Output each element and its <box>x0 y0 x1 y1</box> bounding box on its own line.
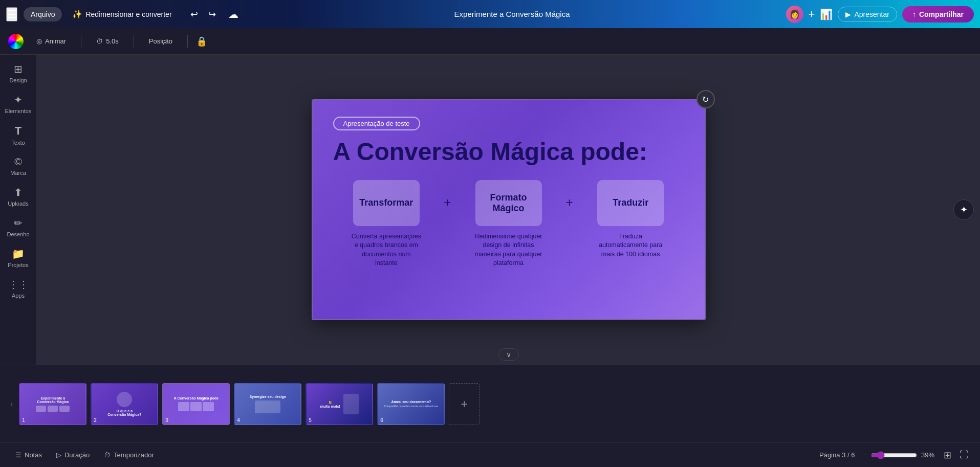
add-slide-button[interactable]: + <box>449 383 480 425</box>
slide-canvas[interactable]: ↻ Apresentação de teste A Conversão Mági… <box>312 99 706 320</box>
play-icon: ▷ <box>56 451 61 459</box>
animar-button[interactable]: ◎ Animar <box>30 34 73 48</box>
thumbnail-1[interactable]: Experimente aConversão Mágica 1 <box>19 383 86 425</box>
zoom-level: 39% <box>921 451 934 459</box>
thumb-5-title: E <box>320 400 340 405</box>
share-icon: ↑ <box>912 10 916 18</box>
resize-convert-button[interactable]: ✨ Redimensionar e converter <box>66 6 178 22</box>
thumb-5-num: 5 <box>309 417 312 423</box>
sidebar-item-design[interactable]: ⊞ Design <box>2 59 35 87</box>
sidebar-item-texto[interactable]: T Texto <box>2 120 35 150</box>
card-group-formato: Formato Mágico Redimensione qualquer des… <box>455 180 562 268</box>
sidebar-item-desenho[interactable]: ✏ Desenho <box>2 213 35 241</box>
thumbnails-row: ‹ Experimente aConversão Mágica 1 O que … <box>0 365 980 442</box>
desenho-icon: ✏ <box>14 217 23 229</box>
thumb-3-num: 3 <box>165 417 168 423</box>
bottom-panel: ‹ Experimente aConversão Mágica 1 O que … <box>0 365 980 467</box>
divider-2 <box>134 35 134 48</box>
card-desc-formato: Redimensione qualquer design de infinita… <box>473 232 545 268</box>
card-formato[interactable]: Formato Mágico <box>475 180 542 226</box>
divider-1 <box>81 35 81 48</box>
elementos-icon: ✦ <box>14 94 23 106</box>
arquivo-button[interactable]: Arquivo <box>24 7 62 21</box>
timer-icon: ⏱ <box>104 451 111 459</box>
left-sidebar: ⊞ Design ✦ Elementos T Texto © Marca ⬆ U… <box>0 55 37 365</box>
expand-view-button[interactable]: ⛶ <box>956 448 972 463</box>
plus-sign-1: + <box>440 195 455 210</box>
compartilhar-button[interactable]: ↑ Compartilhar <box>902 6 974 23</box>
magic-wand-icon: ✨ <box>72 9 82 19</box>
sidebar-item-projetos[interactable]: 📁 Projetos <box>2 243 35 272</box>
thumbnail-5[interactable]: E muito mais! 5 <box>306 383 373 425</box>
document-title: Experimente a Conversão Mágica <box>243 10 782 18</box>
card-group-transformar: Transformar Converta apresentações e qua… <box>333 180 440 268</box>
sidebar-item-apps[interactable]: ⋮⋮ Apps <box>2 274 35 303</box>
thumbnail-2[interactable]: O que é aConversão Mágica? 2 <box>91 383 158 425</box>
thumb-2-num: 2 <box>94 417 97 423</box>
zoom-minus-icon[interactable]: − <box>863 451 867 459</box>
rotate-button[interactable]: ↻ <box>696 90 715 108</box>
thumb-2-title: O que é aConversão Mágica? <box>107 409 141 416</box>
thumbnail-4[interactable]: Synergize seu design 4 <box>234 383 301 425</box>
timer-icon: ⏱ <box>96 37 103 45</box>
thumb-6-num: 6 <box>380 417 383 423</box>
thumb-1-title: Experimente aConversão Mágica <box>37 396 69 404</box>
projetos-icon: 📁 <box>12 248 25 260</box>
thumb-6-subtitle: Compartilhe nas redes sociais com #WevaL… <box>384 405 439 408</box>
animate-icon: ◎ <box>36 37 42 45</box>
slide-badge: Apresentação de teste <box>333 117 420 130</box>
cloud-save-button[interactable]: ☁ <box>228 8 238 20</box>
duracao-button[interactable]: ▷ Duração <box>49 448 97 462</box>
slide-cards-row: Transformar Converta apresentações e qua… <box>333 180 684 268</box>
duration-button[interactable]: ⏱ 5.0s <box>90 34 125 48</box>
card-group-traduzir: Traduzir Traduza automaticamente para ma… <box>577 180 684 259</box>
thumb-6-title: Amou seu documento? <box>391 400 431 404</box>
notas-icon: ☰ <box>15 451 21 459</box>
zoom-control: − 39% <box>863 451 934 459</box>
undo-button[interactable]: ↩ <box>186 7 202 22</box>
temporizador-button[interactable]: ⏱ Temporizador <box>97 448 161 462</box>
thumb-3-title: A Conversão Mágica pode <box>174 396 219 400</box>
apresentar-button[interactable]: ▶ Apresentar <box>838 7 897 22</box>
card-transformar[interactable]: Transformar <box>353 180 420 226</box>
thumbnail-3[interactable]: A Conversão Mágica pode 3 <box>162 383 230 425</box>
sidebar-item-uploads[interactable]: ⬆ Uploads <box>2 182 35 211</box>
sidebar-item-marca[interactable]: © Marca <box>2 152 35 180</box>
top-toolbar: ☰ Arquivo ✨ Redimensionar e converter ↩ … <box>0 0 980 28</box>
thumb-4-title: Synergize seu design <box>250 395 287 398</box>
view-buttons: ⊞ ⛶ <box>941 448 972 463</box>
slide-title[interactable]: A Conversão Mágica pode: <box>333 139 684 166</box>
plus-sign-2: + <box>562 195 577 210</box>
divider-3 <box>187 35 188 48</box>
add-collaborator-button[interactable]: + <box>809 8 815 21</box>
grid-view-button[interactable]: ⊞ <box>941 448 954 463</box>
page-info: Página 3 / 6 <box>819 451 855 459</box>
play-icon: ▶ <box>845 10 851 18</box>
card-traduzir[interactable]: Traduzir <box>597 180 664 226</box>
right-action-buttons: 👩 + 📊 ▶ Apresentar ↑ Compartilhar <box>786 6 974 23</box>
posicao-button[interactable]: Posição <box>142 34 179 48</box>
color-wheel-button[interactable] <box>8 34 24 49</box>
zoom-slider[interactable] <box>871 451 917 459</box>
texto-icon: T <box>15 124 21 138</box>
thumbnail-6[interactable]: Amou seu documento? Compartilhe nas rede… <box>377 383 445 425</box>
redo-button[interactable]: ↪ <box>204 7 220 22</box>
user-avatar[interactable]: 👩 <box>786 6 803 23</box>
lock-icon[interactable]: 🔒 <box>196 36 207 47</box>
thumb-1-num: 1 <box>22 417 25 423</box>
analytics-button[interactable]: 📊 <box>820 8 833 20</box>
notas-button[interactable]: ☰ Notas <box>8 448 49 462</box>
nav-buttons: ↩ ↪ <box>186 7 220 22</box>
menu-button[interactable]: ☰ <box>6 7 17 21</box>
magic-resize-float-button[interactable]: ✦ <box>953 199 974 220</box>
sidebar-item-elementos[interactable]: ✦ Elementos <box>2 90 35 118</box>
secondary-toolbar: ◎ Animar ⏱ 5.0s Posição 🔒 <box>0 28 980 55</box>
card-desc-traduzir: Traduza automaticamente para mais de 100… <box>595 232 666 259</box>
apps-icon: ⋮⋮ <box>8 278 29 291</box>
marca-icon: © <box>14 156 22 168</box>
main-content: ⊞ Design ✦ Elementos T Texto © Marca ⬆ U… <box>0 55 980 365</box>
design-icon: ⊞ <box>14 63 23 75</box>
collapse-panel-button[interactable]: ∨ <box>498 348 519 361</box>
canvas-area: ↻ Apresentação de teste A Conversão Mági… <box>37 55 980 365</box>
scroll-left-button[interactable]: ‹ <box>8 397 15 411</box>
